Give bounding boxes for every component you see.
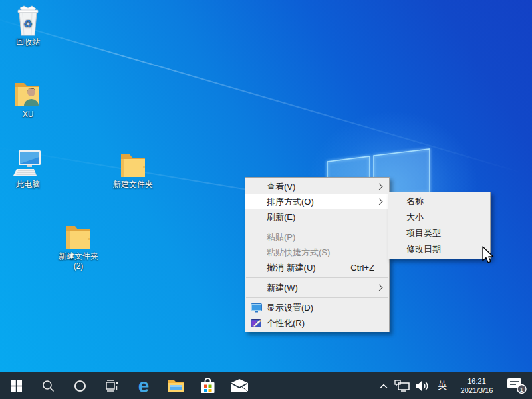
mail-icon xyxy=(230,379,249,392)
light-beam xyxy=(0,17,523,174)
menu-item-display-settings[interactable]: 显示设置(D) xyxy=(245,300,389,315)
system-tray: 英 16:21 2021/3/16 1 xyxy=(375,372,532,399)
desktop-icon-label: XU xyxy=(2,110,54,120)
submenu-item-item-type[interactable]: 项目类型 xyxy=(388,225,490,241)
menu-item-paste-shortcut: 粘贴快捷方式(S) xyxy=(245,245,389,260)
display-settings-icon xyxy=(251,303,262,313)
tray-network-button[interactable] xyxy=(392,372,412,399)
edge-icon: e xyxy=(138,376,150,396)
menu-separator xyxy=(246,297,388,298)
speaker-icon xyxy=(415,380,430,392)
notification-badge: 1 xyxy=(520,386,523,393)
tray-volume-button[interactable] xyxy=(412,372,432,399)
tray-clock[interactable]: 16:21 2021/3/16 xyxy=(452,372,501,399)
desktop-icon-label: 新建文件夹 xyxy=(53,251,104,261)
store-icon xyxy=(200,377,216,394)
tray-input-language-indicator[interactable]: 英 xyxy=(432,372,452,399)
svg-text:♻: ♻ xyxy=(23,18,33,29)
notification-icon: 1 xyxy=(505,376,528,395)
sort-by-submenu: 名称 大小 项目类型 修改日期 xyxy=(388,192,491,259)
menu-item-new[interactable]: 新建(W) xyxy=(245,280,389,295)
menu-item-refresh[interactable]: 刷新(E) xyxy=(245,209,389,225)
cortana-button[interactable] xyxy=(64,372,96,399)
start-button[interactable] xyxy=(0,372,32,399)
mail-button[interactable] xyxy=(223,372,255,399)
cortana-icon xyxy=(74,380,86,392)
menu-item-sort-by[interactable]: 排序方式(O) xyxy=(245,194,389,209)
action-center-button[interactable]: 1 xyxy=(501,372,532,399)
windows-desktop-screen: ♻ 回收站 XU xyxy=(0,0,532,399)
user-folder-icon xyxy=(2,78,54,108)
windows-logo-icon xyxy=(11,380,22,392)
desktop-icon-label: 新建文件夹 xyxy=(107,180,159,190)
desktop-context-menu: 查看(V) 排序方式(O) 刷新(E) 粘贴(P) 粘贴快捷方式(S) 撤消 新… xyxy=(245,177,390,332)
submenu-item-size[interactable]: 大小 xyxy=(388,209,490,225)
desktop-icon-label: 回收站 xyxy=(2,37,54,47)
search-button[interactable] xyxy=(32,372,64,399)
desktop-icon-this-pc[interactable]: 此电脑 xyxy=(2,148,54,190)
tray-show-hidden-icons-button[interactable] xyxy=(375,372,392,399)
desktop-icon-recycle-bin[interactable]: ♻ 回收站 xyxy=(2,5,54,47)
edge-button[interactable]: e xyxy=(128,372,160,399)
this-pc-icon xyxy=(2,148,54,178)
network-icon xyxy=(394,380,410,392)
taskbar: e xyxy=(0,372,532,399)
folder-icon xyxy=(107,148,159,178)
menu-item-paste: 粘贴(P) xyxy=(245,229,389,245)
task-view-icon xyxy=(105,379,118,392)
desktop-icon-new-folder-2[interactable]: 新建文件夹 (2) xyxy=(53,219,104,271)
file-explorer-icon xyxy=(167,378,185,393)
menu-separator xyxy=(246,227,388,227)
chevron-up-icon xyxy=(379,383,388,389)
menu-item-personalize[interactable]: 个性化(R) xyxy=(245,315,389,331)
desktop-icon-user-folder[interactable]: XU xyxy=(2,78,54,120)
submenu-item-name[interactable]: 名称 xyxy=(388,194,490,209)
recycle-bin-icon: ♻ xyxy=(2,5,54,36)
menu-shortcut: Ctrl+Z xyxy=(350,263,374,273)
search-icon xyxy=(42,380,55,392)
menu-item-undo-new[interactable]: 撤消 新建(U) Ctrl+Z xyxy=(245,260,389,275)
tray-date: 2021/3/16 xyxy=(461,386,493,394)
store-button[interactable] xyxy=(192,372,223,399)
submenu-arrow-icon xyxy=(376,284,383,291)
desktop-icon-new-folder[interactable]: 新建文件夹 xyxy=(107,148,159,190)
menu-separator xyxy=(246,277,388,278)
submenu-arrow-icon xyxy=(376,183,383,190)
desktop-icon-label: 此电脑 xyxy=(2,180,54,190)
menu-item-view[interactable]: 查看(V) xyxy=(245,179,389,194)
desktop-icon-label-line2: (2) xyxy=(53,261,104,271)
submenu-arrow-icon xyxy=(376,198,383,205)
file-explorer-button[interactable] xyxy=(160,372,192,399)
personalize-icon xyxy=(251,319,262,328)
task-view-button[interactable] xyxy=(96,372,128,399)
tray-time: 16:21 xyxy=(467,377,486,385)
folder-icon xyxy=(53,219,104,250)
submenu-item-date-modified[interactable]: 修改日期 xyxy=(388,241,490,257)
